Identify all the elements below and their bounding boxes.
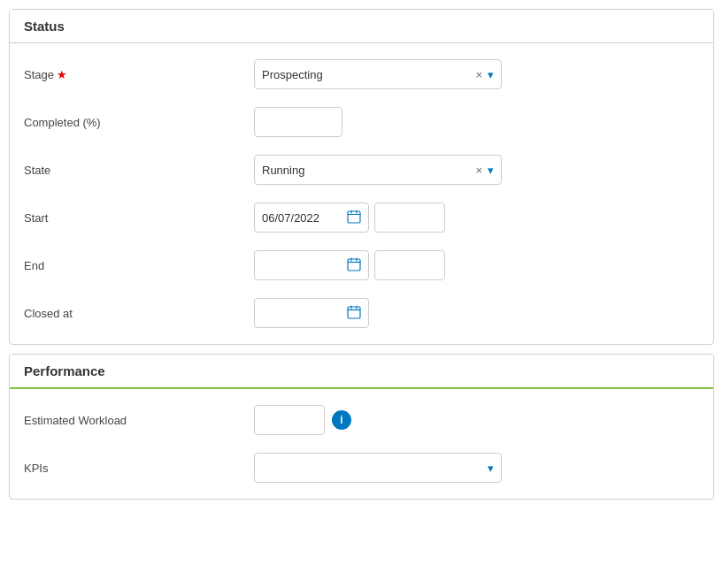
stage-value: Prospecting	[262, 68, 475, 81]
state-control: Running × ▾	[254, 155, 699, 185]
end-control	[254, 250, 699, 280]
end-calendar-icon[interactable]	[347, 257, 361, 274]
start-calendar-icon[interactable]	[347, 210, 361, 226]
end-date-group	[254, 250, 445, 280]
state-select[interactable]: Running × ▾	[254, 155, 502, 185]
performance-section-body: Estimated Workload i KPIs ▾	[10, 389, 713, 499]
estimated-workload-input[interactable]	[254, 405, 325, 435]
start-date-input[interactable]: 06/07/2022	[254, 202, 369, 233]
closed-at-row: Closed at	[10, 289, 713, 337]
performance-section: Performance Estimated Workload i KPIs ▾	[9, 354, 714, 500]
completed-control	[254, 107, 699, 137]
completed-input[interactable]	[254, 107, 342, 137]
state-value: Running	[262, 164, 475, 177]
state-row: State Running × ▾	[10, 146, 713, 194]
stage-control: Prospecting × ▾	[254, 59, 699, 89]
estimated-workload-row: Estimated Workload i	[10, 396, 713, 444]
status-section: Status Stage ★ Prospecting × ▾ Completed…	[9, 9, 714, 345]
svg-rect-8	[348, 307, 360, 318]
state-arrow-icon[interactable]: ▾	[488, 164, 494, 177]
kpis-select[interactable]: ▾	[254, 453, 502, 483]
kpis-label: KPIs	[24, 462, 254, 475]
end-row: End	[10, 241, 713, 289]
stage-select-icons: × ▾	[475, 68, 494, 81]
completed-label: Completed (%)	[24, 116, 254, 129]
stage-clear-icon[interactable]: ×	[475, 68, 482, 81]
status-section-body: Stage ★ Prospecting × ▾ Completed (%)	[10, 43, 713, 344]
end-date-input[interactable]	[254, 250, 369, 280]
stage-row: Stage ★ Prospecting × ▾	[10, 50, 713, 98]
kpis-control: ▾	[254, 453, 699, 483]
closed-at-control	[254, 298, 699, 328]
closed-at-calendar-icon[interactable]	[347, 305, 361, 322]
start-label: Start	[24, 211, 254, 225]
stage-required-star: ★	[57, 68, 67, 81]
stage-arrow-icon[interactable]: ▾	[488, 68, 494, 81]
kpis-select-icons: ▾	[488, 462, 494, 475]
start-row: Start 06/07/2022	[10, 194, 713, 241]
start-date-value: 06/07/2022	[262, 211, 342, 225]
stage-label: Stage ★	[24, 68, 254, 81]
start-time-input[interactable]	[374, 202, 445, 233]
state-label: State	[24, 164, 254, 177]
estimated-workload-control: i	[254, 405, 699, 435]
estimated-workload-info-icon[interactable]: i	[332, 410, 351, 430]
estimated-workload-label: Estimated Workload	[24, 414, 254, 427]
stage-select[interactable]: Prospecting × ▾	[254, 59, 502, 89]
performance-section-title: Performance	[10, 355, 713, 389]
closed-at-label: Closed at	[24, 307, 254, 320]
completed-row: Completed (%)	[10, 98, 713, 146]
svg-rect-4	[348, 259, 360, 271]
svg-rect-0	[348, 211, 360, 223]
state-clear-icon[interactable]: ×	[475, 164, 482, 177]
end-time-input[interactable]	[374, 250, 445, 280]
start-date-group: 06/07/2022	[254, 202, 445, 233]
end-label: End	[24, 259, 254, 272]
status-section-title: Status	[10, 10, 713, 43]
closed-at-date-input[interactable]	[254, 298, 369, 328]
kpis-row: KPIs ▾	[10, 444, 713, 492]
start-control: 06/07/2022	[254, 202, 699, 233]
state-select-icons: × ▾	[475, 164, 494, 177]
kpis-arrow-icon[interactable]: ▾	[488, 462, 494, 475]
